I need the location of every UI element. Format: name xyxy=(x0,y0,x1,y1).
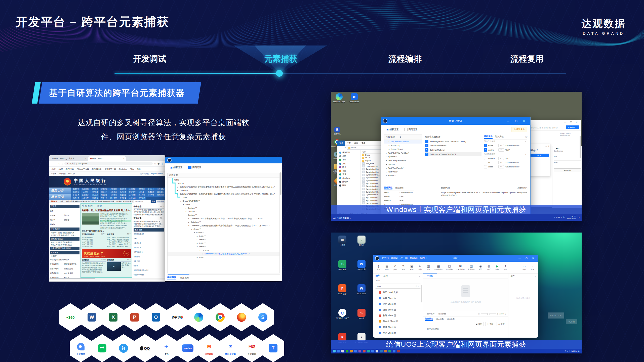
bookmark-item[interactable]: 百度 xyxy=(58,168,63,170)
studio-titlebar[interactable]: 文件(F) 编辑(E) 运行(R) 窗口(W) 帮助(H) 流程1 — ▢ ✕ xyxy=(373,255,538,262)
copy-code-button[interactable]: ❐ 复制代码 xyxy=(517,187,527,189)
news-item[interactable]: 人民银行举行升旗仪式庆祝建党百年… xyxy=(100,227,131,229)
more-link[interactable]: 更多>> xyxy=(101,259,106,261)
pboc-sidebar-item[interactable]: 货币政策司 xyxy=(50,263,64,265)
capture-element-button[interactable]: ▣ 捕获元素 xyxy=(384,127,401,132)
tree-row[interactable]: ▸Table "" xyxy=(168,235,279,238)
pboc-nav-link[interactable]: 公告信息 xyxy=(90,194,99,197)
taskbar-icon[interactable] xyxy=(384,350,387,352)
pboc-adv-search-link[interactable]: 高级搜索 xyxy=(157,200,164,203)
tree-arrow-icon[interactable]: ▾ xyxy=(191,228,193,231)
forward-icon[interactable]: → xyxy=(342,147,344,149)
pboc-right-row[interactable]: 中国人民银行 国家外汇管理局关于《境… xyxy=(134,223,164,225)
home-icon[interactable]: ⌂ xyxy=(62,162,63,165)
pboc-sidebar-item[interactable]: 范一飞 xyxy=(64,214,78,217)
tree-row[interactable]: ▸DataItem "2021年中国人民银行工作会… 2021年中国人民银行工作… xyxy=(168,217,279,220)
more-link[interactable]: 更多>> xyxy=(101,233,106,236)
control-item[interactable]: 新建 Sheet 页 xyxy=(373,295,423,301)
more-link[interactable]: 更多>> xyxy=(127,233,131,236)
taskbar-icon[interactable]: ● xyxy=(343,216,344,219)
pboc-nav-link[interactable]: 意见征集 xyxy=(118,197,127,200)
taskbar-icon[interactable] xyxy=(354,350,357,352)
clock[interactable]: 16:052022/10/24 xyxy=(567,215,576,220)
stats-item[interactable]: 2018年统计数据 xyxy=(82,243,106,245)
node-row[interactable]: Window[name="WPF THEME STUDIO"] xyxy=(425,139,481,144)
pboc-search-input[interactable] xyxy=(134,200,150,203)
highlight-toggle[interactable]: 高亮元素 xyxy=(404,128,418,131)
news-item[interactable]: 人民银行召开金融机构货币信贷形势分析… xyxy=(100,213,131,215)
log-tab[interactable]: 输出参数 xyxy=(447,318,455,321)
pboc-sidebar-item[interactable]: 货币政策委员会 xyxy=(50,237,79,241)
tab-extra-props[interactable]: 附加属性 xyxy=(395,187,404,190)
control-item[interactable]: 关闭 Excel 文档 xyxy=(373,290,423,295)
browser-tab-active[interactable]: 中国人民银行 ✕ xyxy=(88,156,126,161)
control-search[interactable]: ⊘ ⌕ xyxy=(375,284,421,289)
tree-row[interactable]: ▾Table "" xyxy=(168,203,279,206)
pboc-right-row[interactable]: 中国人民银行 银保监会 证监会 外汇局… xyxy=(134,220,164,222)
taskbar-icon[interactable] xyxy=(346,350,348,352)
tree-row[interactable]: ▾Group "" xyxy=(168,231,279,235)
new-tab-button[interactable]: + xyxy=(127,157,129,160)
pboc-nav-link[interactable]: 网上调查 xyxy=(109,197,118,200)
tree-row[interactable]: ▾Group "时政要闻区" xyxy=(168,199,279,203)
pboc-right-row[interactable]: 行长 xyxy=(134,237,148,240)
pboc-nav-link[interactable]: 宏观审慎 xyxy=(100,188,109,191)
bookmark-item[interactable]: 电商 xyxy=(136,168,141,170)
toolbar-button[interactable]: ▶运行 xyxy=(495,264,500,271)
close-tab-icon[interactable]: ✕ xyxy=(85,158,87,160)
pboc-nav-link[interactable]: 金融知识 xyxy=(128,197,137,200)
tree-row[interactable]: Table "" xyxy=(168,196,279,199)
taskbar-icon[interactable] xyxy=(337,350,340,352)
taskbar-icon[interactable]: ◉ xyxy=(344,216,347,219)
bookmark-item[interactable]: RPA xyxy=(129,168,134,170)
checkbox-checked-icon[interactable] xyxy=(188,166,191,169)
desktop-icon[interactable]: S WPS 表格 xyxy=(333,260,351,284)
system-tray[interactable]: ∧ ⊜ ▤ ⊲ 中 xyxy=(554,216,565,219)
bookmark-item[interactable]: RPA-APP-V11 xyxy=(76,168,89,170)
log-tab[interactable]: 运行日志 xyxy=(425,317,433,321)
tree-row[interactable]: ▸Text "FontFamily" xyxy=(384,166,422,170)
pboc-nav-link[interactable]: 人民币 xyxy=(81,191,90,194)
policy-item[interactable]: 中国人民银行关于加强支付受理… xyxy=(107,241,131,243)
news-item[interactable]: 中国人民银行公告〔2021〕第23号 xyxy=(100,215,131,217)
app-hexagon[interactable]: 钉 xyxy=(112,334,135,362)
forward-icon[interactable]: → xyxy=(55,162,57,165)
log-action-button[interactable]: ▣复制 xyxy=(474,322,484,326)
explorer-nav-item[interactable]: 文档 xyxy=(337,162,360,166)
video-thumbnail[interactable]: ▸ xyxy=(107,262,121,271)
desktop-icon[interactable]: 达 达观RPA xyxy=(331,127,343,135)
pboc-nav-link[interactable]: 报告下载 xyxy=(146,194,155,197)
star-icon[interactable]: ☆ xyxy=(154,162,156,165)
pboc-sidebar-item[interactable]: 机构设置 xyxy=(50,251,79,254)
operator-select[interactable]: ≡ ˅ xyxy=(498,144,504,147)
news-headline[interactable]: 刘桂平：努力以普惠金融的高质量发展 助力全体人民共… xyxy=(82,209,131,212)
policy-item[interactable]: 中国人民银行令〔2021〕第4号（… xyxy=(107,243,131,245)
pboc-nav-link[interactable]: 网厅交互 xyxy=(71,197,80,200)
pboc-nav-link[interactable]: 本行动态 xyxy=(128,194,137,197)
menu-share[interactable]: 共享 xyxy=(352,142,360,145)
tree-arrow-icon[interactable]: ▸ xyxy=(188,217,191,220)
pboc-right-row[interactable]: 人民币汇率 xyxy=(134,246,148,249)
tree-row[interactable]: Table xyxy=(168,178,279,182)
pboc-nav-link[interactable]: 工会工作 xyxy=(156,191,165,194)
control-item[interactable]: 复制 Sheet 页 xyxy=(373,330,423,336)
news-item[interactable]: 人民银行党委召开会议 传达学习中央… xyxy=(100,222,131,224)
bookmark-item[interactable]: RPA-V11 xyxy=(65,168,74,170)
capture-titlebar[interactable] xyxy=(165,157,282,163)
tree-row[interactable]: ▸Button "Down" xyxy=(384,147,422,151)
app-hexagon[interactable]: WeLink xyxy=(177,334,199,362)
app-hexagon[interactable] xyxy=(209,303,231,331)
explorer-nav-item[interactable]: 音乐 xyxy=(337,173,360,176)
pboc-right-row[interactable]: 货币政策委员会会议纪要 xyxy=(134,269,148,271)
app-hexagon[interactable]: S xyxy=(252,303,274,331)
pboc-nav-link[interactable]: 办事大厅 xyxy=(81,197,90,200)
pboc-nav-link[interactable]: 法律法规 xyxy=(81,188,90,191)
menu-icon[interactable]: ⋮ xyxy=(161,162,164,165)
pboc-nav-link[interactable]: 反洗钱 xyxy=(137,191,146,194)
pboc-nav-link[interactable]: 银行会计 xyxy=(146,188,155,191)
pboc-nav-link[interactable]: 下载中心 xyxy=(100,197,109,200)
desktop-icon[interactable]: W WPS 文字 xyxy=(352,260,371,284)
checkbox-unchecked-icon[interactable] xyxy=(404,128,408,131)
node-row[interactable]: Edit[name="DoubleTextBox"] xyxy=(425,152,481,156)
collapse-all-button[interactable]: ⛶ 全部折叠 xyxy=(436,312,446,315)
